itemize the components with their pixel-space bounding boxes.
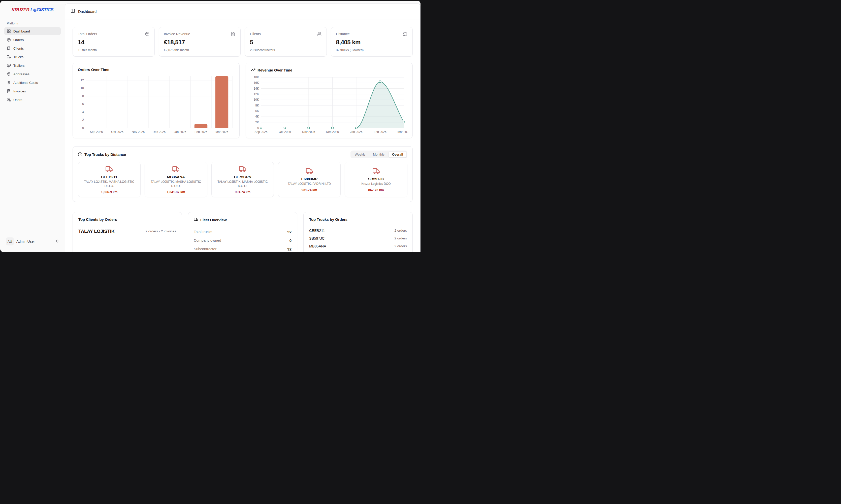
svg-text:0: 0 (82, 126, 84, 130)
svg-text:Nov 2025: Nov 2025 (302, 130, 315, 134)
truck-orders-meta: 2 orders (394, 244, 407, 248)
svg-text:18K: 18K (254, 75, 259, 79)
revenue-over-time-card: Revenue Over Time 02K4K6K8K10K12K14K16K1… (246, 63, 413, 138)
sidebar-item-trailers[interactable]: Trailers (4, 61, 61, 70)
truck-icon (194, 217, 198, 222)
truck-distance: 1,506.9 km (101, 190, 118, 194)
sidebar-item-users[interactable]: Users (4, 96, 61, 104)
truck-distance: 867.72 km (368, 188, 384, 192)
truck-company: TALAY LOJİSTİK, MASHA LOGISTIC D.O.O. (215, 180, 270, 188)
sidebar-item-dashboard[interactable]: Dashboard (4, 27, 61, 35)
truck-distance: 931.74 km (302, 188, 317, 192)
svg-text:16K: 16K (254, 81, 259, 85)
svg-text:Oct 2025: Oct 2025 (279, 130, 291, 134)
tab-weekly[interactable]: Weekly (351, 151, 369, 158)
sidebar-item-orders[interactable]: Orders (4, 36, 61, 44)
bar-mar-2026 (215, 76, 228, 128)
truck-card-ceeb211[interactable]: CEEB211TALAY LOJİSTİK, MASHA LOGISTIC D.… (78, 162, 141, 197)
svg-text:0: 0 (257, 126, 259, 130)
truck-orders-plate: SB597JC (309, 236, 325, 240)
stat-card-invoice-revenue: Invoice Revenue€18,517€2,075 this month (159, 27, 241, 57)
main-content: Total Orders1413 this monthInvoice Reven… (65, 19, 420, 252)
globe-icon (33, 8, 37, 12)
truck-card-ce75gpn[interactable]: CE75GPNTALAY LOJİSTİK, MASHA LOGISTIC D.… (211, 162, 274, 197)
fleet-row-label: Total trucks (194, 230, 212, 234)
fleet-row-value: 32 (287, 247, 292, 251)
truck-distance: 931.74 km (235, 190, 250, 194)
user-menu[interactable]: AU Admin User (4, 236, 61, 247)
users-icon (7, 98, 11, 102)
truck-card-mb35ana[interactable]: MB35ANATALAY LOJİSTİK, MASHA LOGISTIC D.… (145, 162, 207, 197)
truck-orders-meta: 2 orders (394, 236, 407, 240)
layout-grid-icon (7, 29, 11, 33)
orders-chart-title: Orders Over Time (78, 68, 234, 72)
svg-text:Mar 2026: Mar 2026 (215, 130, 228, 134)
fleet-overview-title: Fleet Overview (194, 217, 292, 222)
tab-monthly[interactable]: Monthly (369, 151, 388, 158)
stat-subtext: 13 this month (78, 48, 150, 52)
package-icon (145, 32, 150, 36)
topbar: Dashboard (65, 3, 420, 19)
stat-subtext: 32 trucks (0 owned) (336, 48, 408, 52)
tab-overall[interactable]: Overall (388, 151, 407, 158)
svg-text:Nov 2025: Nov 2025 (132, 130, 145, 134)
svg-text:6: 6 (82, 102, 84, 106)
logo-text-kruzer: KRUZER (12, 7, 30, 12)
package-icon (7, 38, 11, 42)
svg-text:14K: 14K (254, 87, 259, 90)
svg-text:12: 12 (81, 78, 84, 82)
truck-card-sb597jc[interactable]: SB597JCKruzer Logistics DOO867.72 km (345, 162, 407, 197)
sidebar-item-additional-costs[interactable]: Additional Costs (4, 78, 61, 87)
truck-orders-plate: CEEB211 (309, 229, 325, 233)
svg-text:10: 10 (81, 86, 84, 90)
svg-text:Feb 2026: Feb 2026 (194, 130, 207, 134)
top-trucks-header: Top Trucks by Distance WeeklyMonthlyOver… (78, 150, 407, 158)
client-name: TALAY LOJİSTİK (78, 229, 115, 234)
fleet-row-label: Company owned (194, 238, 221, 242)
data-point-oct-2025 (284, 127, 286, 129)
sidebar-item-label: Clients (13, 47, 24, 50)
truck-plate: CEEB211 (101, 175, 117, 179)
stat-card-distance: Distance8,405 km32 trucks (0 owned) (331, 27, 413, 57)
fleet-row-label: Subcontractor (194, 247, 216, 251)
sidebar-item-label: Dashboard (13, 30, 30, 33)
fleet-row: Total trucks32 (194, 228, 292, 236)
stat-subtext: €2,075 this month (164, 48, 235, 52)
stat-value: 5 (250, 39, 321, 46)
fleet-row: Subcontractor32 (194, 245, 292, 252)
top-trucks-orders-title: Top Trucks by Orders (309, 217, 407, 221)
period-segmented-control: WeeklyMonthlyOverall (350, 150, 407, 158)
main-panel: Dashboard Total Orders1413 this monthInv… (65, 3, 421, 252)
bottom-row: Top Clients by Orders TALAY LOJİSTİK2 or… (73, 212, 413, 252)
truck-icon (172, 165, 180, 173)
svg-text:8: 8 (82, 94, 84, 98)
charts-row: Orders Over Time 024681012Sep 2025Oct 20… (73, 63, 413, 138)
truck-plate: MB35ANA (167, 175, 185, 179)
user-name: Admin User (16, 239, 53, 244)
fleet-row-value: 32 (287, 230, 292, 234)
orders-bar-chart-svg: 024681012Sep 2025Oct 2025Nov 2025Dec 202… (78, 74, 234, 134)
sidebar-item-trucks[interactable]: Trucks (4, 53, 61, 61)
truck-orders-row: MBCL2331 order (309, 250, 407, 252)
svg-text:10K: 10K (254, 98, 259, 102)
sidebar-toggle-icon[interactable] (71, 8, 75, 13)
file-text-icon (231, 32, 235, 36)
map-pin-icon (7, 72, 11, 76)
truck-cards-row: CEEB211TALAY LOJİSTİK, MASHA LOGISTIC D.… (78, 162, 407, 197)
data-point-sep-2025 (260, 127, 262, 129)
sidebar-item-clients[interactable]: Clients (4, 44, 61, 52)
stat-label: Invoice Revenue (164, 32, 190, 36)
revenue-chart: 02K4K6K8K10K12K14K16K18KSep 2025Oct 2025… (251, 75, 407, 134)
truck-icon (105, 165, 113, 173)
route-icon (403, 32, 407, 36)
top-clients-list: TALAY LOJİSTİK2 orders · 2 invoices (78, 227, 176, 236)
sidebar-item-label: Users (13, 98, 22, 102)
sidebar-item-addresses[interactable]: Addresses (4, 70, 61, 78)
sidebar-section-label: Platform (7, 22, 61, 25)
chevrons-up-down-icon[interactable] (55, 239, 59, 243)
truck-icon (372, 167, 380, 175)
orders-over-time-card: Orders Over Time 024681012Sep 2025Oct 20… (73, 63, 240, 138)
truck-card-e6883mp[interactable]: E6883MPTALAY LOJİSTİK, PADRINI LTD931.74… (278, 162, 340, 197)
sidebar-item-invoices[interactable]: Invoices (4, 87, 61, 95)
sidebar-item-label: Additional Costs (13, 81, 38, 85)
